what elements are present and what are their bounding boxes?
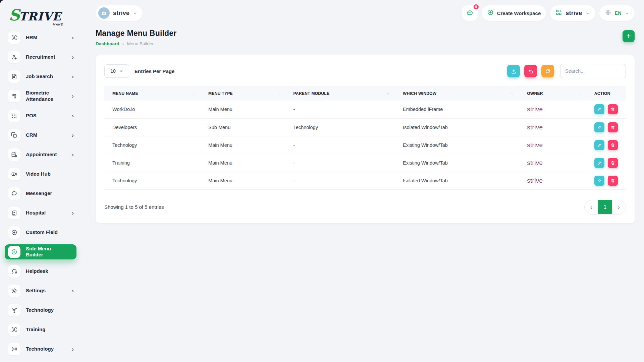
grid-plus-icon: [555, 9, 562, 17]
plus-circle-icon: [8, 246, 20, 258]
cell-owner: strive: [519, 172, 586, 189]
entries-per-page-label: Entries Per Page: [135, 68, 174, 74]
sidebar-item-training[interactable]: Training: [5, 322, 76, 337]
cell-which-window: Isolated Window/Tab: [395, 118, 519, 136]
cell-which-window: Existing Window/Tab: [395, 154, 519, 172]
sidebar-item-video-hub[interactable]: Video Hub: [5, 167, 76, 182]
delete-button[interactable]: [608, 158, 618, 168]
hospital-building-icon: [8, 207, 20, 219]
sidebar-item-label: Job Search: [26, 73, 65, 80]
table-controls: 10 Entries Per Page: [104, 64, 626, 78]
sidebar-item-technology-hub[interactable]: Technology: [5, 303, 76, 318]
broadcast-icon: [8, 343, 20, 355]
language-selector[interactable]: EN: [599, 5, 635, 21]
search-input[interactable]: [560, 64, 626, 78]
chevron-right-icon: [72, 54, 74, 60]
topbar-right: 0 Create Workspace strive: [462, 5, 635, 21]
sidebar-item-biometric-attendance[interactable]: Biometric Attendance: [5, 88, 76, 104]
refresh-button[interactable]: [541, 65, 554, 77]
export-button[interactable]: [507, 65, 520, 77]
add-menu-button[interactable]: [623, 30, 635, 42]
next-page-button[interactable]: [612, 200, 626, 214]
current-page[interactable]: 1: [598, 200, 612, 214]
chat-icon: [466, 9, 474, 17]
column-header-which-window[interactable]: WHICH WINDOW: [395, 86, 519, 101]
page-header: Manage Menu Builder Dashboard Menu Build…: [96, 29, 635, 47]
edit-button[interactable]: [594, 104, 604, 114]
sidebar-item-hospital[interactable]: Hospital: [5, 205, 76, 221]
sidebar-item-label: Training: [26, 326, 65, 333]
sidebar-item-label: Custom Field: [26, 229, 65, 236]
delete-button[interactable]: [608, 122, 618, 132]
delete-button[interactable]: [608, 140, 618, 150]
delete-button[interactable]: [608, 104, 618, 114]
pagination: 1: [584, 200, 626, 215]
sidebar-item-hrm[interactable]: HRM: [5, 30, 76, 45]
sidebar-item-messenger[interactable]: Messenger: [5, 186, 76, 201]
sidebar-item-label: Settings: [26, 288, 65, 294]
sidebar-item-settings[interactable]: Settings: [5, 283, 76, 298]
sidebar-item-crm[interactable]: CRM: [5, 128, 76, 143]
messages-count-badge: 0: [473, 4, 479, 10]
edit-button[interactable]: [594, 176, 604, 186]
trash-icon: [610, 107, 615, 112]
cell-owner: strive: [519, 118, 586, 136]
logo-text: TRIVE: [19, 10, 61, 23]
messages-button[interactable]: 0: [462, 5, 478, 21]
cell-parent-module: -: [285, 136, 395, 154]
sidebar-item-label: Technology: [26, 307, 65, 313]
chevron-down-icon: [586, 11, 590, 15]
sidebar-item-recruitment[interactable]: Recruitment: [5, 50, 76, 65]
workspace-switcher[interactable]: strive: [550, 5, 595, 21]
sidebar-item-appointment[interactable]: Appointment: [5, 147, 76, 162]
column-header-menu-type[interactable]: MENU TYPE: [200, 86, 285, 101]
sidebar-item-label: Helpdesk: [26, 268, 65, 275]
scan-person-icon: [8, 323, 20, 336]
chevron-right-icon: [72, 35, 74, 41]
sidebar-item-pos[interactable]: POS: [5, 108, 76, 123]
video-camera-icon: [8, 168, 20, 180]
edit-button[interactable]: [594, 122, 604, 132]
cell-menu-name: Technology: [104, 136, 200, 154]
chevron-down-icon: [133, 11, 137, 15]
cell-owner: strive: [519, 136, 586, 154]
page-title: Manage Menu Builder: [96, 29, 177, 38]
app-container: STRIVE MAKE HRM Recruitment: [0, 0, 644, 362]
sort-icon: [578, 92, 580, 95]
edit-button[interactable]: [594, 158, 604, 168]
headphones-icon: [8, 265, 20, 278]
gear-icon: [8, 285, 20, 297]
create-workspace-button[interactable]: Create Workspace: [482, 5, 546, 21]
cell-menu-name: Technology: [104, 172, 200, 189]
menu-table: MENU NAME MENU TYPE PARENT MODULE WHICH …: [104, 86, 626, 190]
sort-icon: [277, 92, 279, 95]
refresh-icon: [545, 68, 551, 74]
entries-per-page-select[interactable]: 10: [104, 64, 129, 78]
cell-menu-type: Main Menu: [200, 136, 285, 154]
topbar: strive 0 Create Workspace: [96, 5, 635, 21]
plus-circle-icon: [8, 226, 20, 239]
chat-bubble-icon: [8, 187, 20, 200]
cell-which-window: Embedded iFrame: [395, 101, 519, 118]
sidebar-item-helpdesk[interactable]: Helpdesk: [5, 264, 76, 279]
breadcrumb-dashboard-link[interactable]: Dashboard: [96, 41, 119, 46]
file-search-icon: [8, 70, 20, 83]
table-header-row: MENU NAME MENU TYPE PARENT MODULE WHICH …: [104, 86, 626, 101]
sidebar-item-job-search[interactable]: Job Search: [5, 69, 76, 84]
column-header-owner[interactable]: OWNER: [519, 86, 586, 101]
workspace-pill[interactable]: strive: [96, 5, 143, 21]
pencil-icon: [597, 125, 602, 130]
column-header-menu-name[interactable]: MENU NAME: [104, 86, 200, 101]
trash-icon: [610, 125, 615, 130]
sidebar-item-technology-broadcast[interactable]: Technology: [5, 342, 76, 357]
column-header-parent-module[interactable]: PARENT MODULE: [285, 86, 395, 101]
undo-button[interactable]: [524, 65, 537, 77]
fingerprint-icon: [8, 90, 20, 102]
sidebar-item-side-menu-builder[interactable]: Side Menu Builder: [5, 244, 76, 260]
edit-button[interactable]: [594, 140, 604, 150]
copy-icon: [8, 129, 20, 141]
cell-which-window: Existing Window/Tab: [395, 136, 519, 154]
delete-button[interactable]: [608, 176, 618, 186]
sidebar-item-custom-field[interactable]: Custom Field: [5, 225, 76, 240]
previous-page-button[interactable]: [585, 200, 598, 214]
